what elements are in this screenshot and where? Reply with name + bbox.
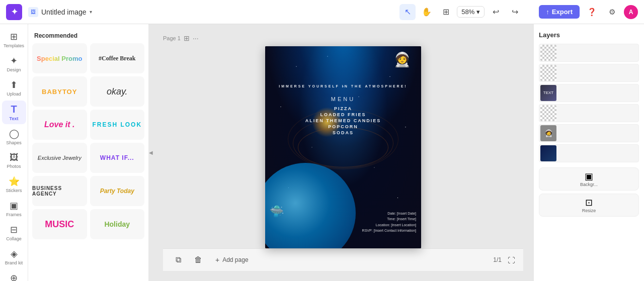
document-icon: 🖼 xyxy=(28,7,38,17)
page-more-button[interactable]: ⊞ xyxy=(184,34,190,42)
style-what-if[interactable]: WHAT IF... xyxy=(90,143,145,173)
stickers-icon: ⭐ xyxy=(9,176,20,187)
brand-icon: ◈ xyxy=(11,248,18,259)
topbar-tools: ↖ ✋ ⊞ 58% ▾ ↩ ↪ xyxy=(399,4,523,20)
style-fresh-look[interactable]: FRESH LOOK xyxy=(90,110,145,140)
bottom-bar: ⧉ 🗑 + Add page 1/1 ⛶ xyxy=(163,248,523,271)
redo-button[interactable]: ↪ xyxy=(507,4,523,20)
sidebar-item-text[interactable]: T Text xyxy=(2,101,26,124)
text-icon: T xyxy=(11,104,17,115)
sidebar-item-brand[interactable]: ◈ Brand kit xyxy=(2,245,26,268)
document-chevron-icon[interactable]: ▾ xyxy=(90,9,92,15)
layer-thumb-5: 🧑‍🚀 xyxy=(540,125,556,141)
style-exclusive[interactable]: Exclusive Jewelry xyxy=(32,143,87,173)
canvas-event-details: Date: [Insert Date] Time: [Insert Time] … xyxy=(362,211,416,233)
canvas-menu-title: Menu xyxy=(331,96,355,102)
recommended-title: Recommended xyxy=(32,29,144,43)
document-title-area: 🖼 Untitled image ▾ xyxy=(28,7,92,17)
text-styles-grid: Special Promo #Coffee Break BABYTOY okay… xyxy=(32,43,144,239)
sidebar-item-shapes[interactable]: ◯ Shapes xyxy=(2,125,26,148)
presenter-button[interactable]: ⛶ xyxy=(508,256,515,264)
layer-item-1[interactable] xyxy=(539,44,639,62)
layers-title: Layers xyxy=(539,29,639,44)
style-holiday[interactable]: Holiday xyxy=(90,209,145,239)
background-label: Backgr... xyxy=(580,182,598,187)
page-label: Page 1 ⊞ ··· xyxy=(163,34,199,42)
sidebar-item-templates[interactable]: ⊞ Templates xyxy=(2,28,26,51)
panel-collapse-btn[interactable]: ◀ xyxy=(149,24,153,281)
main-layout: ⊞ Templates ✦ Design ⬆ Upload T Text ◯ S… xyxy=(0,24,644,281)
layout-tool-button[interactable]: ⊞ xyxy=(438,4,454,20)
style-babytoy[interactable]: BABYTOY xyxy=(32,76,87,107)
layer-item-5[interactable]: 🧑‍🚀 xyxy=(539,124,639,142)
background-tool-btn[interactable]: ▣ Backgr... xyxy=(539,167,639,191)
style-party-today[interactable]: Party Today xyxy=(90,176,145,206)
sidebar-item-stickers[interactable]: ⭐ Stickers xyxy=(2,173,26,196)
menu-item-fries: Loaded Fries xyxy=(320,112,366,117)
templates-icon: ⊞ xyxy=(10,31,18,42)
tools-section: ▣ Backgr... ⊡ Resize xyxy=(539,167,639,217)
undo-button[interactable]: ↩ xyxy=(488,4,504,20)
layer-thumb-6 xyxy=(540,145,556,161)
zoom-control[interactable]: 58% ▾ xyxy=(457,6,485,18)
sidebar-item-upload[interactable]: ⬆ Upload xyxy=(2,76,26,100)
sidebar-item-design[interactable]: ✦ Design xyxy=(2,52,26,75)
page-indicator: 1/1 xyxy=(493,256,502,263)
select-tool-button[interactable]: ↖ xyxy=(399,4,416,20)
add-page-button[interactable]: + Add page xyxy=(211,254,253,266)
layer-thumb-4 xyxy=(540,105,556,121)
hand-tool-button[interactable]: ✋ xyxy=(419,4,435,20)
style-coffee-break[interactable]: #Coffee Break xyxy=(90,43,145,73)
settings-button[interactable]: ⚙ xyxy=(604,4,620,20)
topbar: ✦ 🖼 Untitled image ▾ ↖ ✋ ⊞ 58% ▾ ↩ ↪ ↑ E… xyxy=(0,0,644,24)
sidebar-item-photos[interactable]: 🖼 Photos xyxy=(2,149,26,172)
canvas-menu-items: Pizza Loaded Fries Alien Themed Candies … xyxy=(305,106,381,135)
style-business[interactable]: BUSINESS AGENCY xyxy=(32,176,87,206)
layer-item-3[interactable]: TEXT xyxy=(539,84,639,102)
resize-tool-btn[interactable]: ⊡ Resize xyxy=(539,194,639,217)
app-logo[interactable]: ✦ xyxy=(6,4,22,20)
collage-icon: ⊟ xyxy=(10,224,18,235)
layers-panel: Layers TEXT 🧑‍🚀 ▣ Backgr... xyxy=(533,24,644,281)
photos-icon: 🖼 xyxy=(10,152,19,163)
menu-item-pizza: Pizza xyxy=(334,106,352,111)
shapes-icon: ◯ xyxy=(9,128,19,139)
style-special-promo[interactable]: Special Promo xyxy=(32,43,87,73)
text-panel: Recommended Special Promo #Coffee Break … xyxy=(28,24,149,281)
style-love-it[interactable]: Love it . xyxy=(32,110,87,140)
layer-thumb-1 xyxy=(540,45,556,61)
layer-item-2[interactable] xyxy=(539,64,639,82)
plugins-icon: ⊕ xyxy=(10,272,18,281)
left-sidebar: ⊞ Templates ✦ Design ⬆ Upload T Text ◯ S… xyxy=(0,24,28,281)
menu-item-sodas: Sodas xyxy=(333,130,354,135)
sidebar-item-collage[interactable]: ⊟ Collage xyxy=(2,221,26,244)
avatar[interactable]: A xyxy=(624,5,638,19)
delete-page-button[interactable]: 🗑 xyxy=(191,253,205,267)
canvas-tagline: Immerse yourself in the atmosphere! xyxy=(279,84,407,88)
zoom-chevron-icon: ▾ xyxy=(476,8,480,16)
document-name: Untitled image xyxy=(41,8,87,16)
layer-thumb-2 xyxy=(540,65,556,81)
help-button[interactable]: ❓ xyxy=(584,4,600,20)
style-okay[interactable]: okay. xyxy=(90,76,145,107)
resize-icon: ⊡ xyxy=(585,197,593,208)
design-icon: ✦ xyxy=(10,55,18,66)
menu-item-popcorn: Popcorn xyxy=(328,124,358,129)
style-music[interactable]: MUSIC xyxy=(32,209,87,239)
layer-item-4[interactable] xyxy=(539,104,639,122)
page-options-button[interactable]: ··· xyxy=(193,34,199,42)
duplicate-page-button[interactable]: ⧉ xyxy=(171,253,185,267)
canvas-frame[interactable]: 🧑‍🚀 🛸 Immerse yourself in the atmosphere… xyxy=(265,46,421,248)
background-icon: ▣ xyxy=(585,171,593,182)
export-icon: ↑ xyxy=(546,8,549,16)
layer-thumb-3: TEXT xyxy=(540,85,556,101)
sidebar-item-plugins[interactable]: ⊕ Plugins xyxy=(2,269,26,281)
sidebar-item-frames[interactable]: ▣ Frames xyxy=(2,197,26,220)
menu-item-candies: Alien Themed Candies xyxy=(305,118,381,123)
layer-item-6[interactable] xyxy=(539,144,639,162)
canvas-area: Page 1 ⊞ ··· 🧑‍🚀 🛸 Immerse yourself in t… xyxy=(153,24,533,281)
export-button[interactable]: ↑ Export xyxy=(539,5,580,19)
resize-label: Resize xyxy=(582,208,596,213)
add-page-icon: + xyxy=(215,256,219,264)
frames-icon: ▣ xyxy=(10,200,18,211)
